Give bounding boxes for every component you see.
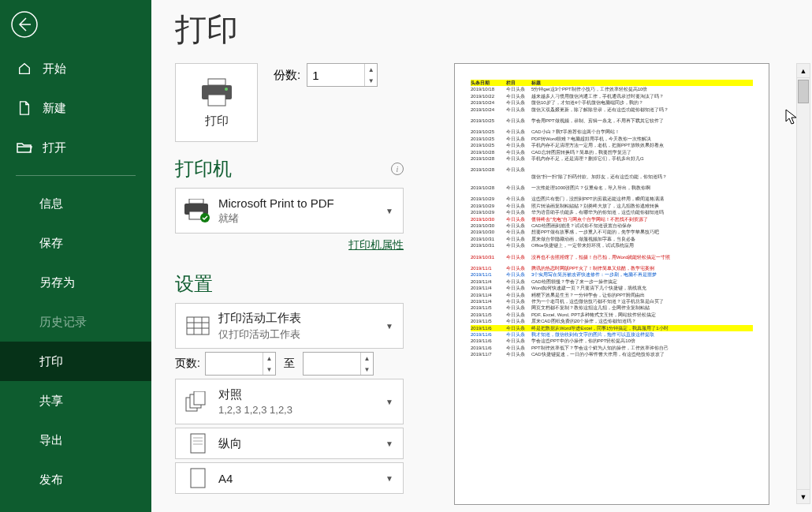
copies-input[interactable]: [307, 64, 363, 86]
sheet-icon: [182, 310, 214, 342]
preview-row: 2019/10/31今日头条没再也不去照相馆了，拍摄！自己拍，用Word就能轻松…: [471, 254, 753, 260]
nav-saveas[interactable]: 另存为: [0, 263, 151, 302]
collate-sub: 1,2,3 1,2,3 1,2,3: [218, 404, 382, 416]
preview-row: 2019/11/6今日头条学会这些PPT中的小操作，你的PPT轻松提高10倍: [471, 338, 753, 344]
print-button-label: 打印: [205, 114, 229, 129]
preview-row: 2019/10/29今日头条华为语音助手功能多，有哪华为的你知道，这些功能你都知…: [471, 209, 753, 215]
copies-label: 份数:: [274, 68, 300, 83]
pages-from-input[interactable]: [206, 353, 261, 375]
chevron-down-icon: ▼: [382, 439, 397, 448]
preview-row: 2019/11/4今日头条作为一个老司机，这些微信技巧都不知道？这手机坊算是白买…: [471, 298, 753, 305]
preview-row: 2019/11/1今日头条3个实用写在简历被改评快速修件：一步刷，电脑不再是噩梦: [471, 271, 753, 278]
preview-row: 微信"扫一扫"除了扫码付款、加好友，还有这些功能，你知道吗？: [471, 174, 753, 180]
pages-to-label: 至: [284, 357, 295, 371]
preview-row: 2019/10/28今日头条: [471, 166, 753, 173]
printer-section-title: 打印机: [175, 156, 232, 181]
printer-properties-link[interactable]: 打印机属性: [348, 238, 404, 251]
preview-row: 2019/11/4今日头条精梗下效果是生丑？一分钟学会，让你的PPT附间由出: [471, 292, 753, 298]
preview-row: 2019/10/28今日头条一次性处理1000张图片？仅重命名，导入导出，我教你…: [471, 185, 753, 191]
preview-row: 2019/10/25今日头条PDF转Word很难？电脑超好用手机，今天教你一次性…: [471, 136, 753, 142]
preview-row: 2019/10/30今日头条CAD绘图画到崩溃？试试你不知道设置自动保存: [471, 222, 753, 229]
preview-row: 2019/10/31今日头条Office快捷键上，一定带来好环境，试试系统应用: [471, 242, 753, 249]
nav-share[interactable]: 共享: [0, 381, 151, 420]
pages-to-up[interactable]: ▲: [361, 353, 373, 364]
svg-rect-21: [191, 469, 205, 488]
preview-row: 头条日期栏目标题: [471, 80, 753, 86]
paper-dropdown[interactable]: A4 ▼: [175, 462, 404, 494]
orientation-dropdown[interactable]: 纵向 ▼: [175, 428, 404, 459]
preview-row: 2019/10/24今日头条微信又双叒叕更新，除了解除登录，还有这些功能你都知道…: [471, 107, 753, 113]
home-icon: [16, 60, 33, 77]
print-button[interactable]: 打印: [175, 63, 258, 142]
preview-row: 2019/10/25今日头条学会用PPT做视频，录制、剪辑一条龙，不用再下载其它…: [471, 118, 753, 124]
copies-up[interactable]: ▲: [365, 64, 377, 75]
pages-label: 页数:: [175, 357, 200, 371]
svg-rect-9: [187, 317, 209, 334]
print-sheet-sub: 仅打印活动工作表: [218, 327, 382, 342]
scroll-up-button[interactable]: ▲: [797, 64, 810, 78]
preview-row: 2019/11/4今日头条CAD绘图很慢？学会了来一步一操作搞定: [471, 278, 753, 285]
preview-row: 2019/10/28今日头条手机内存不足，还是清理？删掉它们，手机多出好几G: [471, 155, 753, 162]
info-icon[interactable]: i: [391, 163, 404, 175]
collate-icon: [182, 386, 214, 417]
svg-rect-1: [208, 79, 225, 85]
pages-to-down[interactable]: ▼: [361, 364, 373, 375]
preview-row: 2019/10/25今日头条CAD小白？我T手推荐你这两个自学网站！: [471, 129, 753, 135]
nav-publish[interactable]: 发布: [0, 460, 151, 499]
nav-separator: [16, 175, 136, 176]
printer-icon: [200, 77, 233, 107]
nav-save[interactable]: 保存: [0, 223, 151, 263]
pages-from-down[interactable]: ▼: [263, 364, 275, 375]
pages-to-input[interactable]: [304, 353, 359, 375]
pages-from-up[interactable]: ▲: [263, 353, 275, 364]
print-sheet-dropdown[interactable]: 打印活动工作表 仅打印活动工作表 ▼: [175, 303, 404, 349]
preview-scrollbar[interactable]: ▲ ▼: [796, 63, 810, 504]
printer-status: 就绪: [218, 211, 382, 226]
copies-spinner[interactable]: ▲ ▼: [307, 63, 378, 87]
preview-row: 2019/10/28今日头条CAD忘转图层转换吗？简单的，我要想学复活了: [471, 149, 753, 155]
copies-down[interactable]: ▼: [365, 75, 377, 86]
preview-row: 2019/10/25今日头条手机内存不足清理方法一定用，老机，把握PPT放映效果…: [471, 142, 753, 148]
printer-name: Microsoft Print to PDF: [218, 196, 382, 210]
collate-main: 对照: [218, 387, 382, 402]
svg-point-4: [225, 88, 228, 91]
paper-main: A4: [218, 472, 382, 485]
svg-rect-16: [194, 391, 205, 405]
preview-row: 2019/11/6今日头条我才知道，微信收到有文字的图片，拖件可以直接这样提取: [471, 331, 753, 338]
nav-home[interactable]: 开始: [0, 49, 151, 88]
pages-from-spinner[interactable]: ▲▼: [205, 352, 276, 376]
back-button[interactable]: [0, 0, 49, 49]
nav-new[interactable]: 新建: [0, 88, 151, 128]
preview-row: 2019/10/30今日头条值得终去"充电"自习网点个自学网站！不愁找不到资源了: [471, 216, 753, 222]
page-title: 打印: [151, 0, 812, 63]
scroll-thumb[interactable]: [798, 80, 809, 103]
preview-row: 2019/11/7今日头条CAD快捷键提速，一日的小帮件曾大作用，有这些绝技你攻…: [471, 351, 753, 357]
printer-dropdown[interactable]: Microsoft Print to PDF 就绪 ▼: [175, 188, 404, 234]
nav-print[interactable]: 打印: [0, 342, 151, 381]
pages-to-spinner[interactable]: ▲▼: [303, 352, 374, 376]
preview-row: 2019/10/18今日头条5分钟get这3个PPT制作小技巧，工作效率轻松提高…: [471, 86, 753, 92]
preview-row: 2019/10/29今日头条这些图片有套门，没想到PPT的剪裁还能这样用，瞬间逼…: [471, 196, 753, 202]
settings-section-title: 设置: [175, 271, 213, 297]
portrait-icon: [182, 428, 214, 459]
scroll-down-button[interactable]: ▼: [797, 489, 810, 503]
nav-info[interactable]: 信息: [0, 184, 151, 223]
chevron-down-icon: ▼: [382, 322, 397, 331]
orientation-main: 纵向: [218, 436, 382, 451]
preview-row: 2019/11/5今日头条原来CAD图纸免费的20个操作，这些你都知道吗？: [471, 318, 753, 324]
preview-row: 2019/10/29今日头条照片转油画复制粘贴贴？别类终大放了，这几招教你逃难转…: [471, 203, 753, 209]
nav-export[interactable]: 导出: [0, 420, 151, 460]
preview-row: 2019/10/31今日头条原来做自带隐藏动画，做服视频加字幕，当良必备: [471, 236, 753, 242]
preview-row: 2019/11/5今日头条PDF, Excel, Word, PPT多种格式文互…: [471, 312, 753, 318]
nav-open[interactable]: 打开: [0, 128, 151, 167]
svg-rect-3: [208, 95, 225, 106]
print-preview: 头条日期栏目标题2019/10/18今日头条5分钟get这3个PPT制作小技巧，…: [454, 63, 769, 505]
preview-row: 2019/11/6今日头条终是把数据从Word导进Excel，同事1分钟搞定，我…: [471, 325, 753, 331]
paper-icon: [182, 462, 214, 494]
open-folder-icon: [16, 139, 33, 156]
nav-history: 历史记录: [0, 302, 151, 342]
svg-rect-17: [191, 434, 205, 453]
collate-dropdown[interactable]: 对照 1,2,3 1,2,3 1,2,3 ▼: [175, 379, 404, 424]
new-doc-icon: [16, 99, 33, 117]
nav-label: 开始: [43, 62, 66, 77]
